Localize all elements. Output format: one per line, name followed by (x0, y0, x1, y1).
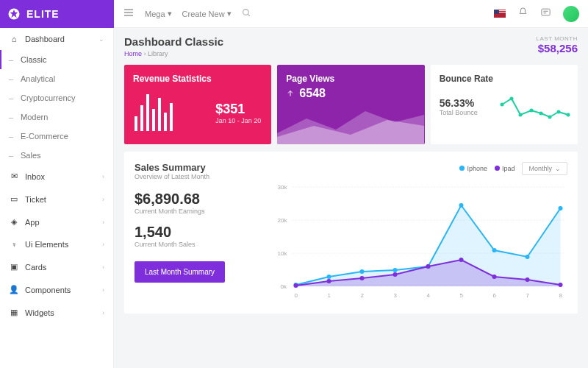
svg-point-28 (294, 283, 298, 288)
svg-point-35 (526, 277, 530, 282)
sidebar: ⌂Dashboard⌄ –Classic –Analytical –Crypto… (0, 28, 114, 368)
svg-text:3: 3 (394, 292, 398, 299)
sidebar-item-dashboard[interactable]: ⌂Dashboard⌄ (0, 28, 113, 50)
card-title: Revenue Statistics (133, 74, 262, 84)
sidebar-sub-analytical[interactable]: –Analytical (0, 69, 113, 88)
svg-text:8: 8 (559, 292, 563, 299)
svg-point-33 (459, 258, 464, 262)
chevron-down-icon: ⌄ (555, 165, 561, 172)
home-icon: ⌂ (9, 35, 19, 43)
chevron-down-icon: ▾ (227, 9, 232, 18)
svg-point-3 (500, 103, 503, 107)
svg-point-7 (539, 112, 542, 116)
sidebar-sub-modern[interactable]: –Modern (0, 107, 113, 127)
pageviews-area-chart (277, 104, 424, 144)
grid-icon: ▦ (9, 308, 19, 317)
svg-point-32 (426, 264, 431, 269)
sidebar-item-components[interactable]: 👤Components› (0, 278, 113, 301)
nav-create-new[interactable]: Create New▾ (182, 9, 232, 18)
user-icon: 👤 (9, 285, 19, 294)
svg-point-30 (360, 276, 365, 280)
earnings-value: $6,890.68 (135, 191, 267, 208)
svg-point-29 (327, 279, 331, 283)
svg-point-6 (529, 109, 533, 113)
chevron-right-icon: › (102, 219, 104, 226)
chevron-right-icon: › (102, 263, 104, 271)
revenue-range: Jan 10 - Jan 20 (215, 117, 261, 124)
svg-point-5 (518, 113, 522, 117)
sidebar-item-app[interactable]: ◈App› (0, 210, 113, 233)
bell-icon[interactable] (517, 7, 528, 21)
sidebar-sub-ecommerce[interactable]: –E-Commerce (0, 127, 113, 146)
sales-line-chart: 30k20k10k0k 012345678 (267, 178, 567, 303)
card-icon: ▣ (9, 262, 19, 272)
sidebar-sub-classic[interactable]: –Classic (0, 50, 113, 69)
legend-ipad: Ipad (495, 165, 515, 172)
chevron-down-icon: ⌄ (98, 35, 104, 43)
sidebar-item-ui[interactable]: ♀Ui Elements› (0, 233, 113, 255)
chevron-right-icon: › (102, 196, 104, 203)
content: Dashboard Classic Home › Library LAST MO… (114, 28, 588, 368)
sidebar-item-inbox[interactable]: ✉Inbox› (0, 165, 113, 188)
chevron-right-icon: › (102, 309, 104, 316)
search-icon[interactable] (242, 7, 251, 21)
svg-text:30k: 30k (278, 184, 288, 191)
card-title: Page Views (286, 74, 415, 84)
bulb-icon: ♀ (9, 240, 19, 249)
brand-logo[interactable]: ELITE (0, 0, 114, 28)
sidebar-sub-cryptocurrency[interactable]: –Cryptocurrency (0, 88, 113, 107)
svg-point-8 (548, 116, 551, 119)
svg-text:4: 4 (427, 292, 431, 299)
svg-point-24 (459, 203, 464, 208)
sales-summary-panel: Sales Summary Overview of Latest Month $… (124, 152, 578, 314)
arrow-up-icon (286, 89, 295, 98)
svg-point-26 (526, 255, 530, 259)
earnings-label: Current Month Earnings (135, 208, 267, 215)
svg-point-25 (492, 248, 497, 252)
svg-point-22 (393, 268, 398, 272)
chevron-right-icon: › (102, 173, 104, 180)
svg-point-10 (566, 113, 570, 117)
svg-point-27 (559, 206, 563, 210)
pageviews-value: 6548 (299, 87, 326, 100)
chevron-down-icon: ▾ (168, 9, 172, 18)
sales-value: 1,540 (135, 224, 267, 241)
sidebar-item-ticket[interactable]: ▭Ticket› (0, 188, 113, 210)
chevron-right-icon: › (102, 241, 104, 248)
svg-point-34 (492, 275, 497, 279)
sidebar-sub-sales[interactable]: –Sales (0, 146, 113, 165)
message-icon[interactable] (540, 7, 551, 21)
sidebar-item-cards[interactable]: ▣Cards› (0, 255, 113, 278)
sidebar-item-widgets[interactable]: ▦Widgets› (0, 301, 113, 324)
svg-text:5: 5 (460, 292, 464, 299)
flag-icon[interactable] (494, 7, 506, 21)
svg-text:2: 2 (361, 292, 365, 299)
topbar: ELITE Mega▾ Create New▾ (0, 0, 588, 28)
avatar[interactable] (563, 6, 579, 22)
last-month-value: $58,256 (537, 42, 578, 54)
svg-point-36 (559, 283, 563, 287)
svg-text:10k: 10k (278, 250, 288, 257)
card-title: Bounce Rate (440, 74, 569, 84)
brand-text: ELITE (26, 8, 60, 20)
ticket-icon: ▭ (9, 194, 19, 204)
svg-rect-2 (542, 9, 550, 15)
svg-point-4 (509, 97, 513, 101)
brand-icon (7, 7, 21, 21)
breadcrumb-home[interactable]: Home (124, 50, 142, 57)
card-revenue: Revenue Statistics $351 Jan 10 - Jan 20 (124, 65, 271, 144)
panel-subtitle: Overview of Latest Month (135, 173, 267, 180)
card-pageviews: Page Views 6548 (277, 65, 424, 144)
svg-text:0k: 0k (281, 283, 287, 290)
period-dropdown[interactable]: Monthly⌄ (522, 162, 567, 175)
svg-point-1 (243, 9, 248, 15)
last-month-summary-button[interactable]: Last Month Summary (135, 261, 225, 283)
menu-toggle-icon[interactable] (123, 7, 135, 21)
revenue-value: $351 (215, 102, 261, 117)
svg-text:7: 7 (526, 292, 530, 299)
nav-mega[interactable]: Mega▾ (145, 9, 172, 18)
svg-point-21 (360, 269, 365, 274)
page-title: Dashboard Classic (124, 35, 223, 48)
sales-label: Current Month Sales (135, 241, 267, 248)
svg-text:6: 6 (493, 292, 497, 299)
